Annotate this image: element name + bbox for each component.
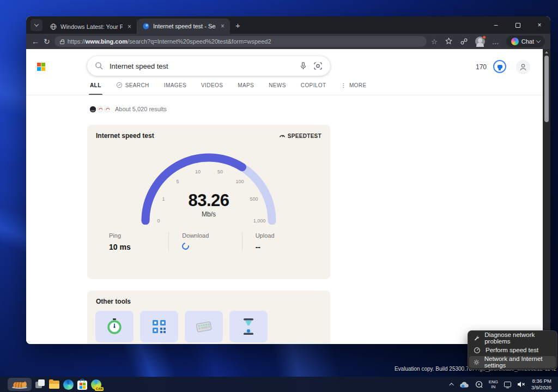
maximize-button[interactable]	[507, 16, 529, 34]
bing-favicon	[143, 23, 149, 29]
clock-indicator[interactable]: 8:36 PM 3/9/2026	[531, 378, 551, 391]
speedometer-icon	[279, 132, 286, 139]
nav-tab-news[interactable]: NEWS	[269, 82, 286, 89]
edge-browser-button[interactable]	[63, 379, 74, 390]
loading-spinner-icon	[181, 241, 191, 251]
microsoft-store-button[interactable]	[77, 381, 87, 390]
file-explorer-button[interactable]	[49, 381, 59, 389]
microsoft-logo[interactable]	[37, 63, 45, 71]
nav-tab-search[interactable]: SEARCH	[116, 82, 149, 89]
minimize-button[interactable]: –	[485, 16, 507, 34]
result-favicons	[90, 106, 110, 112]
chevron-down-icon	[536, 38, 541, 43]
lock-icon	[60, 41, 64, 44]
menu-item-speed-test[interactable]: Perform speed test	[469, 344, 556, 356]
settings-menu-icon[interactable]: …	[492, 38, 499, 45]
deep-search-icon	[116, 82, 123, 88]
nav-tab-more[interactable]: ⋮ MORE	[341, 82, 366, 89]
back-button[interactable]: ←	[32, 38, 39, 45]
tab-close-icon[interactable]: ×	[126, 23, 132, 31]
canary-badge: CAN	[95, 387, 104, 391]
maximize-icon	[515, 23, 520, 28]
speed-stats-row: Ping 10 ms Download Upload --	[102, 232, 315, 251]
language-indicator[interactable]: ENG IN	[489, 379, 498, 389]
tool-qr-code-generator[interactable]: QR code generator	[140, 311, 178, 344]
tab-windows-latest[interactable]: Windows Latest: Your Premier Sou ×	[45, 19, 137, 34]
taskbar: CAN ENG IN 8:36 PM 3/9/2026	[0, 377, 558, 392]
favorites-bar-icon[interactable]	[445, 38, 453, 45]
url-text: https://www.bing.com/search?q=Internet%2…	[68, 38, 271, 45]
nav-tab-images[interactable]: IMAGES	[164, 82, 186, 89]
task-view-button[interactable]	[35, 379, 45, 389]
browser-window: Windows Latest: Your Premier Sou × Inter…	[26, 16, 550, 344]
tools-card-title: Other tools	[96, 298, 131, 305]
account-profile-button[interactable]	[516, 60, 530, 74]
chevron-down-icon	[34, 22, 39, 26]
desktop-wallpaper: Windows Latest: Your Premier Sou × Inter…	[0, 0, 558, 392]
favorite-star-icon[interactable]: ☆	[431, 38, 438, 45]
other-tools-card: Other tools	[87, 291, 330, 344]
system-tray: ENG IN 8:36 PM 3/9/2026	[451, 378, 558, 391]
bing-results-page: Internet speed test 170 ALL SEARCH I	[26, 49, 543, 344]
tool-timer[interactable]: Timer	[229, 311, 268, 344]
nav-tab-all[interactable]: ALL	[90, 82, 101, 89]
onedrive-cloud-icon[interactable]	[460, 381, 469, 388]
gauge-favicon	[97, 106, 103, 112]
tool-stopwatch[interactable]: Stopwatch	[95, 311, 134, 344]
nav-divider	[26, 95, 543, 95]
address-bar[interactable]: https://www.bing.com/search?q=Internet%2…	[54, 36, 427, 47]
nav-tab-maps[interactable]: MAPS	[238, 82, 254, 89]
browser-toolbar: ← ↻ https://www.bing.com/search?q=Intern…	[26, 34, 550, 49]
tray-overflow-chevron-icon[interactable]	[449, 383, 453, 387]
gauge-favicon	[104, 106, 110, 112]
chat-label: Chat	[521, 38, 534, 45]
speed-unit: Mb/s	[130, 210, 288, 218]
tab-close-icon[interactable]: ×	[220, 22, 226, 30]
gauge-tick: 0	[157, 218, 160, 224]
scrollbar-thumb[interactable]	[544, 56, 549, 122]
rewards-medal-icon[interactable]	[493, 60, 506, 73]
copilot-chat-button[interactable]: Chat	[506, 35, 545, 47]
new-tab-button[interactable]: +	[235, 21, 240, 30]
search-input[interactable]: Internet speed test	[87, 56, 330, 76]
tab-speed-test-active[interactable]: Internet speed test - Search ×	[137, 19, 230, 34]
tab-title: Internet speed test - Search	[153, 23, 216, 29]
edge-canary-button[interactable]: CAN	[91, 379, 101, 390]
gear-icon	[474, 359, 480, 366]
results-count-text: About 5,020 results	[115, 106, 167, 112]
profile-avatar[interactable]	[475, 37, 485, 46]
microphone-icon[interactable]	[299, 62, 307, 70]
visual-search-camera-icon[interactable]	[313, 62, 323, 70]
refresh-button[interactable]: ↻	[44, 38, 50, 45]
nav-tab-videos[interactable]: VIDEOS	[201, 82, 223, 89]
scrollbar-up-arrow[interactable]	[545, 51, 548, 53]
menu-item-diagnose[interactable]: Diagnose network problems	[469, 332, 556, 344]
extensions-icon[interactable]	[460, 38, 468, 45]
menu-item-network-settings[interactable]: Network and Internet settings	[469, 356, 556, 368]
volume-muted-icon[interactable]	[517, 381, 525, 388]
cat-start-icon	[11, 380, 28, 389]
tool-typing-test[interactable]: Typing Test	[185, 311, 223, 344]
tab-title: Windows Latest: Your Premier Sou	[60, 23, 123, 30]
speedometer-icon	[474, 347, 481, 354]
speedtest-favicon	[90, 106, 96, 112]
nav-tab-copilot[interactable]: COPILOT	[301, 82, 326, 89]
start-button[interactable]	[8, 378, 32, 391]
notification-dot	[482, 35, 486, 39]
dots-vertical-icon: ⋮	[341, 82, 346, 88]
hourglass-icon	[241, 318, 256, 335]
search-query-text: Internet speed test	[110, 62, 293, 70]
person-icon	[519, 63, 527, 71]
wrench-icon	[474, 335, 480, 342]
speed-card-title: Internet speed test	[96, 132, 154, 140]
scrollbar-track[interactable]	[543, 49, 550, 344]
network-ethernet-icon[interactable]	[504, 382, 511, 387]
tab-search-dropdown-button[interactable]	[31, 19, 43, 31]
tray-utility-icon[interactable]	[475, 381, 483, 388]
tray-date: 3/9/2026	[531, 384, 551, 391]
speedtest-brand: SPEEDTEST	[279, 132, 322, 139]
close-button[interactable]: ×	[529, 16, 550, 34]
gauge-tick: 50	[217, 169, 223, 174]
rewards-count[interactable]: 170	[476, 63, 487, 71]
stopwatch-icon	[106, 318, 123, 335]
